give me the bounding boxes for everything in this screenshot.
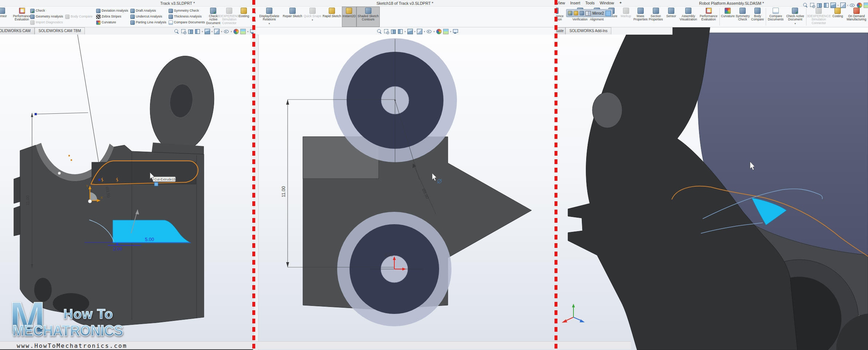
edit-appearance-icon[interactable] xyxy=(233,29,239,34)
hide-show-items-icon[interactable] xyxy=(850,3,855,8)
ribbon-button-3dexperience-connector[interactable]: 3DEXPERIENCE Simulation Connector xyxy=(222,7,237,27)
zoom-to-fit-icon[interactable] xyxy=(803,3,808,8)
apply-scene-icon[interactable] xyxy=(443,29,449,34)
zoom-to-area-icon[interactable] xyxy=(384,29,389,34)
graphics-area-part[interactable]: 5.00 2.00 11.00 Ø3.50 xyxy=(0,35,254,350)
ribbon-button-3dexperience-connector[interactable]: 3DEXPERIENCE Simulation Connector xyxy=(807,7,830,27)
ribbon-button-instant2d[interactable]: Instant2D xyxy=(342,7,356,27)
display-style-icon[interactable] xyxy=(840,3,846,8)
ribbon-separator xyxy=(806,8,806,26)
graphics-area-assembly[interactable] xyxy=(556,27,868,350)
axis-x-label: X xyxy=(100,196,103,199)
tab-solidworks-cam[interactable]: SOLIDWORKS CAM xyxy=(0,27,35,34)
section-view-icon[interactable] xyxy=(824,3,829,8)
zoom-to-fit-icon[interactable] xyxy=(174,29,179,34)
view-orientation-icon[interactable] xyxy=(205,29,210,34)
ribbon-button-costing[interactable]: Costing xyxy=(237,7,251,27)
selected-face-chip[interactable] xyxy=(605,11,611,16)
part-lobe[interactable] xyxy=(145,52,220,155)
display-style-icon[interactable] xyxy=(417,29,422,34)
zoom-to-fit-icon[interactable] xyxy=(377,29,382,34)
rapid-sketch-icon xyxy=(329,8,335,14)
ribbon-button-repair-sketch[interactable]: Repair Sketch xyxy=(282,7,303,27)
shaded-sketch-contours-icon xyxy=(365,8,371,14)
menu-view[interactable]: View xyxy=(557,1,565,5)
tab-solidworks-cam-tbm[interactable]: SOLIDWORKS CAM TBM xyxy=(35,27,85,34)
section-view-icon[interactable] xyxy=(398,29,403,34)
red-divider-1 xyxy=(252,0,255,350)
ribbon-button-performance-evaluation[interactable]: Performance Evaluation xyxy=(698,7,719,27)
menu-window[interactable]: Window xyxy=(600,1,614,5)
display-style-icon[interactable] xyxy=(214,29,220,34)
title-bar: Sketch18 of Track v3.SLDPRT * xyxy=(254,0,556,7)
ribbon-button-sensor[interactable]: Sensor xyxy=(0,7,15,27)
view-settings-icon[interactable] xyxy=(453,29,458,34)
breadcrumb-feature-label[interactable]: Mirror2 xyxy=(592,11,604,15)
section-view-icon[interactable] xyxy=(195,29,200,34)
view-orientation-icon[interactable] xyxy=(830,3,836,8)
ribbon-button-rapid-sketch[interactable]: Rapid Sketch xyxy=(322,7,342,27)
website-url-bar: www.HowToMechatronics.com xyxy=(0,341,631,349)
ribbon-button-costing[interactable]: Costing xyxy=(830,7,845,27)
ribbon-button-thickness-analysis[interactable]: Thickness Analysis xyxy=(169,14,205,20)
ribbon-button-check[interactable]: Check xyxy=(30,8,63,14)
ribbon-button-symmetry-check[interactable]: Symmetry Check xyxy=(169,8,205,14)
ribbon-button-on-demand-manufacturing[interactable]: On Demand Manufacturing xyxy=(845,7,868,27)
ribbon-button-performance-evaluation[interactable]: Performance Evaluation xyxy=(15,7,29,27)
dimension-height: 11.00 xyxy=(25,195,30,205)
assembly-tabs: Evaluate SOLIDWORKS Add-Ins xyxy=(556,27,611,34)
menu-tools[interactable]: Tools xyxy=(585,1,595,5)
ribbon-button-compare-documents[interactable]: Compare Documents xyxy=(766,7,785,27)
apply-scene-icon[interactable] xyxy=(240,29,246,34)
edit-appearance-icon[interactable] xyxy=(857,3,862,8)
apply-scene-icon[interactable] xyxy=(864,3,868,8)
edit-appearance-icon[interactable] xyxy=(436,29,442,34)
ribbon-button-mass-properties[interactable]: Mass Properties xyxy=(633,7,648,27)
zoom-to-area-icon[interactable] xyxy=(181,29,186,34)
quick-snaps-icon xyxy=(309,8,316,14)
ribbon-button-symmetry-check[interactable]: Symmetry Check xyxy=(735,7,750,27)
assembly-icon xyxy=(568,11,572,15)
sensor-icon xyxy=(668,8,674,14)
ribbon-button-sensor[interactable]: Sensor xyxy=(664,7,678,27)
previous-view-icon[interactable] xyxy=(391,29,396,34)
undercut-analysis-icon xyxy=(130,15,135,19)
ribbon-button-curvature[interactable]: Curvature xyxy=(96,20,128,26)
ribbon-button-zebra-stripes[interactable]: Zebra Stripes xyxy=(96,14,128,20)
ribbon-button-parting-line-analysis[interactable]: Parting Line Analysis xyxy=(130,20,166,26)
selection-breadcrumb[interactable]: Mirror2 xyxy=(566,9,613,17)
ribbon-button-check-active-document[interactable]: Check Active Document▾ xyxy=(785,7,805,27)
zoom-to-area-icon[interactable] xyxy=(810,3,815,8)
hide-show-items-icon[interactable] xyxy=(427,29,432,34)
graphics-area-sketch[interactable]: Ø8.80 11.00 0,00 xyxy=(254,35,556,350)
curvature-icon xyxy=(725,8,731,14)
pin-icon[interactable]: ✦ xyxy=(619,1,622,5)
menu-insert[interactable]: Insert xyxy=(570,1,580,5)
ribbon-button-deviation-analysis[interactable]: Deviation Analysis xyxy=(96,8,128,14)
previous-view-icon[interactable] xyxy=(817,3,822,8)
ribbon-button-compare-documents[interactable]: Compare Documents xyxy=(169,20,205,26)
ribbon-button-section-properties[interactable]: Section Properties xyxy=(648,7,664,27)
hide-show-items-icon[interactable] xyxy=(224,29,229,34)
ribbon-button-curvature[interactable]: Curvature xyxy=(721,7,735,27)
ribbon-button-draft-analysis[interactable]: Draft Analysis xyxy=(130,8,166,14)
previous-view-icon[interactable] xyxy=(188,29,193,34)
view-orientation-icon[interactable] xyxy=(407,29,413,34)
ribbon-button-import-diagnostics[interactable]: Import Diagnostics xyxy=(30,20,63,26)
ribbon-button-body-compare[interactable]: Body Compare xyxy=(750,7,765,27)
ribbon-button-assembly-visualization[interactable]: Assembly Visualization xyxy=(678,7,698,27)
symmetry-check-icon xyxy=(739,8,746,14)
ribbon-button-quick-snaps[interactable]: Quick Snaps ▾ xyxy=(303,7,322,27)
ribbon-button-markup[interactable]: Markup xyxy=(619,7,633,27)
ribbon-button-body-compare[interactable]: Body Compare xyxy=(64,7,94,27)
import-diagnostics-icon xyxy=(30,20,35,25)
ribbon-button-display-delete-relations[interactable]: Display/Delete Relations ▾ xyxy=(257,7,282,27)
ribbon-button-shaded-sketch-contours[interactable]: Shaded Sketch Contours xyxy=(356,7,380,27)
ribbon-button-geometry-analysis[interactable]: Geometry Analysis xyxy=(30,14,63,20)
tab-solidworks-add-ins[interactable]: SOLIDWORKS Add-Ins xyxy=(565,27,611,34)
composite-screenshot: Track v3.SLDPRT * Sensor Performance Eva… xyxy=(0,0,868,350)
ribbon-button-undercut-analysis[interactable]: Undercut Analysis xyxy=(130,14,166,20)
markup-icon xyxy=(623,8,629,14)
assembly-scene xyxy=(556,27,868,350)
svg-text:Cut-Extrude15: Cut-Extrude15 xyxy=(154,178,175,181)
